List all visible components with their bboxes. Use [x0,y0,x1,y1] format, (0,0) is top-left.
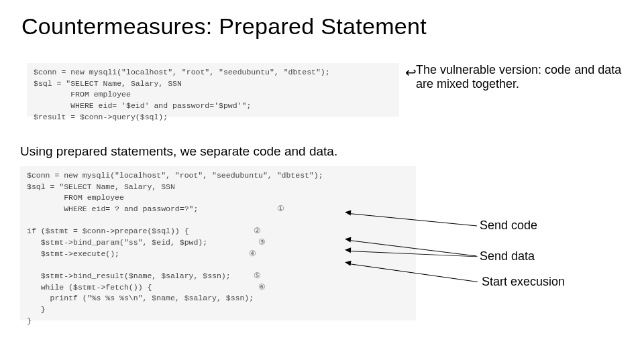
code2-l8: $stmt->execute(); [27,249,119,258]
page-title: Countermeasures: Prepared Statement [21,13,427,40]
arrowhead-icon [345,236,352,242]
arrowhead-icon [345,210,352,216]
marker-5: ⑤ [254,271,261,282]
marker-3: ③ [258,237,266,249]
code1-l5: $result = $conn->query($sql); [34,113,168,121]
arrowhead-icon [345,247,351,253]
marker-6: ⑥ [258,282,266,294]
code2-l3: FROM employee [27,193,124,202]
code2-l11: while ($stmt->fetch()) { [27,283,152,292]
code1-l2: $sql = "SELECT Name, Salary, SSN [34,79,182,88]
code2-l1: $conn = new mysqli("localhost", "root", … [27,171,323,180]
code2-l4: WHERE eid= ? and password=?"; [27,204,198,213]
label-start-exec: Start execusion [482,275,565,289]
code2-l12: printf ("%s %s %s\n", $name, $salary, $s… [27,294,254,302]
code2-l6: if ($stmt = $conn->prepare($sql)) { [27,227,189,235]
code2-l13: } [27,305,46,314]
code-vulnerable: $conn = new mysqli("localhost", "root", … [27,63,399,117]
annotation-vulnerable: The vulnerable version: code and data ar… [416,63,631,91]
marker-4: ④ [249,249,256,260]
arrow-left-icon: ↩ [405,64,417,80]
code2-l10: $stmt->bind_result($name, $salary, $ssn)… [27,272,231,280]
marker-1: ① [277,204,284,215]
code2-l14: } [27,316,32,325]
code2-l2: $sql = "SELECT Name, Salary, SSN [27,182,175,191]
code2-l7: $stmt->bind_param("ss", $eid, $pwd); [27,238,207,247]
code1-l4: WHERE eid= '$eid' and password='$pwd'"; [34,101,251,110]
subheading: Using prepared statements, we separate c… [20,144,337,159]
marker-2: ② [254,226,261,237]
label-send-data: Send data [480,249,535,263]
code-prepared: $conn = new mysqli("localhost", "root", … [20,166,416,320]
code1-l3: FROM employee [34,90,131,99]
code1-l1: $conn = new mysqli("localhost", "root", … [34,68,330,76]
arrowhead-icon [344,259,351,265]
label-send-code: Send code [480,219,537,233]
